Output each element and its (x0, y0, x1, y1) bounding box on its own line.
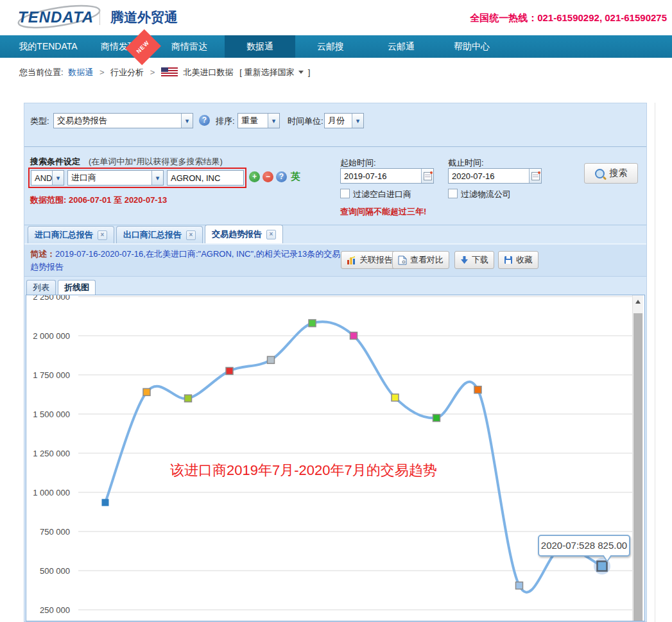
chart-marker-2019-09[interactable] (185, 395, 192, 402)
nav-item-discovery[interactable]: 商情发现 NEW (83, 35, 154, 58)
chart-tooltip: 2020-07:528 825.00 (538, 535, 630, 557)
condition-row: AND 进口商 AGRON, INC (28, 168, 246, 188)
query-panel: 类型: 交易趋势报告 排序: 重量 时间单位: 月份 搜索条件设定 (在单词中加… (24, 103, 647, 622)
filter-blank-importer-checkbox[interactable] (340, 189, 350, 198)
remove-condition-icon[interactable] (263, 171, 273, 182)
chevron-down-icon[interactable] (151, 171, 163, 185)
chevron-down-icon[interactable] (181, 114, 193, 128)
search-button[interactable]: 搜索 (584, 163, 638, 184)
close-icon[interactable] (98, 230, 107, 240)
close-icon[interactable] (186, 230, 196, 240)
chart-marker-2020-05[interactable] (516, 582, 523, 589)
download-button[interactable]: 下载 (454, 251, 494, 269)
search-conditions-hint: (在单词中加*用以获得更多搜索结果) (89, 156, 223, 168)
view-compare-button[interactable]: 查看对比 (392, 251, 449, 269)
end-date-input[interactable]: 2020-07-16 (448, 168, 542, 184)
download-icon (460, 255, 469, 264)
report-summary: 简述：2019-07-16-2020-07-16,在北美进口商:"AGRON, … (30, 248, 346, 273)
field-select[interactable]: 进口商 (67, 170, 164, 186)
breadcrumb-separator: > (99, 67, 105, 77)
nav-item-help-center[interactable]: 帮助中心 (436, 35, 507, 58)
chart-marker-2019-08[interactable] (143, 388, 150, 395)
tab-importer-summary[interactable]: 进口商汇总报告 (28, 226, 114, 243)
filter-logistics-checkbox[interactable] (448, 189, 458, 198)
time-unit-select[interactable]: 月份 (324, 113, 364, 128)
report-summary-bar: 简述：2019-07-16-2020-07-16,在北美进口商:"AGRON, … (24, 243, 646, 277)
y-axis-tick-label: 1 250 000 (33, 449, 70, 458)
button-label: 查看对比 (410, 254, 444, 266)
chart-marker-2020-07[interactable] (598, 561, 607, 571)
tendata-logo[interactable]: TENDATA (14, 3, 110, 33)
related-report-button[interactable]: 关联报告 (341, 251, 399, 269)
trend-chart[interactable]: 2 250 0002 000 0001 750 0001 500 0001 25… (26, 295, 645, 621)
keyword-input[interactable]: AGRON, INC (167, 170, 244, 186)
chart-marker-2020-04[interactable] (474, 386, 481, 393)
header: TENDATA 腾道外贸通 全国统一热线：021-61590292, 021-6… (0, 0, 672, 35)
tab-exporter-summary[interactable]: 出口商汇总报告 (116, 226, 203, 243)
filter-logistics-label: 过滤物流公司 (461, 189, 511, 199)
nav-item-cloud-mail-search[interactable]: 云邮搜 (295, 35, 366, 58)
chart-marker-2019-11[interactable] (268, 356, 275, 363)
time-unit-label: 时间单位: (288, 116, 323, 127)
chart-marker-2019-12[interactable] (309, 320, 316, 327)
tab-label: 出口商汇总报告 (123, 227, 182, 243)
brand-name: 腾道外贸通 (110, 8, 178, 26)
chart-marker-2019-10[interactable] (226, 367, 233, 374)
line-chart-canvas[interactable]: 2 250 0002 000 0001 750 0001 500 0001 25… (26, 295, 645, 621)
type-select[interactable]: 交易趋势报告 (53, 113, 193, 128)
favorite-button[interactable]: 收藏 (498, 251, 538, 269)
tab-trade-trend[interactable]: 交易趋势报告 (205, 225, 283, 243)
chart-marker-2020-02[interactable] (392, 394, 399, 401)
tab-list-view[interactable]: 列表 (26, 280, 56, 295)
start-time-label: 起始时间: (340, 157, 376, 169)
calendar-icon[interactable] (529, 169, 541, 183)
breadcrumb-link-datatong[interactable]: 数据通 (68, 67, 93, 77)
start-date-value: 2019-07-16 (341, 171, 421, 181)
chart-annotation: 该进口商2019年7月-2020年7月的交易趋势 (170, 461, 437, 480)
summary-text: 2019-07-16-2020-07-16,在北美进口商:"AGRON, INC… (30, 249, 340, 272)
nav-item-cloud-mail[interactable]: 云邮通 (366, 35, 436, 58)
chart-marker-2019-07[interactable] (102, 499, 109, 506)
breadcrumb-industry[interactable]: 行业分析 (110, 67, 144, 77)
summary-label: 简述： (30, 249, 55, 259)
data-range-note: 数据范围: 2006-07-01 至 2020-07-13 (30, 194, 167, 206)
chart-scrollbar[interactable] (632, 295, 643, 621)
button-label: 关联报告 (359, 254, 393, 266)
breadcrumb-country: 北美进口数据 (184, 67, 234, 77)
chevron-down-icon[interactable] (52, 171, 64, 185)
chart-marker-2020-01[interactable] (350, 333, 358, 340)
scrollbar-thumb[interactable] (633, 313, 642, 621)
add-condition-icon[interactable] (249, 171, 260, 182)
query-warning: 查询间隔不能超过三年! (340, 206, 426, 218)
help-icon[interactable] (276, 171, 287, 182)
boolean-operator-select[interactable]: AND (31, 170, 64, 186)
y-axis-tick-label: 1 750 000 (33, 370, 70, 380)
y-axis-tick-label: 1 500 000 (33, 410, 70, 419)
chevron-down-icon[interactable] (298, 71, 304, 74)
end-date-value: 2020-07-16 (449, 171, 529, 181)
nav-item-my-tendata[interactable]: 我的TENDATA (13, 35, 83, 58)
chart-marker-2020-03[interactable] (433, 415, 440, 422)
y-axis-tick-label: 250 000 (40, 605, 70, 615)
start-date-input[interactable]: 2019-07-16 (340, 168, 434, 184)
save-icon (504, 255, 513, 264)
bar-chart-icon (347, 255, 356, 265)
reselect-country[interactable]: [ 重新选择国家 (239, 67, 294, 77)
y-axis-tick-label: 2 000 000 (33, 331, 70, 341)
nav-item-datatong[interactable]: 数据通 (225, 35, 295, 58)
help-icon[interactable] (199, 115, 210, 126)
sort-select[interactable]: 重量 (237, 113, 280, 128)
breadcrumb-prefix: 您当前位置: (19, 67, 64, 77)
nav-item-radar[interactable]: 商情雷达 (154, 35, 225, 58)
language-toggle-button[interactable]: 英 (291, 171, 300, 183)
sort-select-value: 重量 (238, 115, 268, 126)
y-axis-tick-label: 2 250 000 (33, 295, 70, 302)
chevron-down-icon[interactable] (268, 114, 279, 128)
calendar-icon[interactable] (421, 169, 433, 183)
tab-line-chart-view[interactable]: 折线图 (58, 280, 96, 295)
chevron-down-icon[interactable] (352, 114, 363, 128)
document-icon (398, 255, 407, 265)
scroll-up-button[interactable] (633, 295, 643, 308)
close-icon[interactable] (266, 230, 276, 239)
page-edge-line (655, 103, 655, 622)
